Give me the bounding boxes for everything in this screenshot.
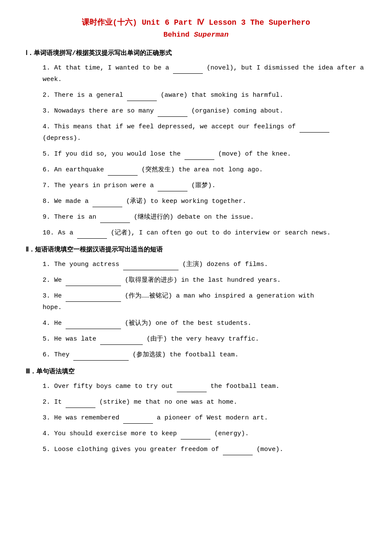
subtitle: Behind Superman: [26, 31, 366, 39]
q6-num: 6. An earthquake: [43, 166, 108, 173]
s2-q4: 4. He (被认为) one of the best students.: [26, 318, 366, 329]
s2-q4-text: 4. He: [43, 320, 66, 327]
s2-q2-hint: (取得显著的进步) in the last hundred years.: [121, 277, 281, 284]
s2-q2: 2. We (取得显著的进步) in the last hundred year…: [26, 275, 366, 286]
q4-hint: (depress).: [43, 135, 81, 142]
s2-q1-blank: [123, 263, 179, 270]
subtitle-normal: Behind: [163, 31, 193, 39]
q7-blank: [158, 185, 187, 191]
section3-questions: 1. Over fifty boys came to try out the f…: [26, 381, 366, 455]
q4: 4. This means that if we feel depressed,…: [26, 121, 366, 144]
s2-q6-blank: [73, 354, 129, 361]
s2-q2-blank: [66, 279, 121, 286]
q6: 6. An earthquake (突然发生) the area not lon…: [26, 164, 366, 176]
q6-blank: [108, 169, 138, 176]
q7-num: 7. The years in prison were a: [43, 182, 158, 189]
q4-num: 4. This means that if we feel depressed,…: [43, 123, 300, 130]
section3-header: Ⅲ．单句语法填空: [26, 367, 366, 376]
q3: 3. Nowadays there are so many (organise)…: [26, 105, 366, 117]
q4-blank: [300, 126, 329, 133]
s2-q6: 6. They (参加选拔) the football team.: [26, 349, 366, 361]
section2-questions: 1. The young actress (主演) dozens of film…: [26, 259, 366, 361]
section2-header: Ⅱ．短语语境填空一根据汉语提示写出适当的短语: [26, 246, 366, 254]
s3-q4: 4. You should exercise more to keep (ene…: [26, 428, 366, 439]
s3-q4-text: 4. You should exercise more to keep: [43, 430, 181, 437]
s3-q5-hint: (move).: [253, 446, 283, 453]
q5: 5. If you did so, you would lose the (mo…: [26, 148, 366, 160]
q3-blank: [158, 110, 187, 117]
q2-num: 2. There is a general: [43, 92, 127, 99]
section1-questions: 1. At that time, I wanted to be a (novel…: [26, 62, 366, 239]
q9: 9. There is an (继续进行的) debate on the iss…: [26, 211, 366, 223]
q8-blank: [92, 200, 122, 207]
s2-q3: 3. He (作为……被铭记) a man who inspired a gen…: [26, 290, 366, 313]
q5-blank: [184, 153, 214, 160]
s2-q5: 5. He was late (由于) the very heavy traff…: [26, 333, 366, 345]
q3-hint: (organise) coming about.: [187, 107, 283, 115]
page-title: 课时作业(十六) Unit 6 Part Ⅳ Lesson 3 The Supe…: [26, 17, 366, 27]
s2-q3-cont: hope.: [43, 304, 62, 311]
s3-q4-blank: [181, 433, 210, 439]
s2-q1-hint: (主演) dozens of films.: [179, 261, 268, 268]
q2-hint: (aware) that smoking is harmful.: [157, 92, 283, 99]
section1-header: Ⅰ．单词语境拼写/根据英汉提示写出单词的正确形式: [26, 49, 366, 57]
s3-q3-blank: [123, 417, 153, 424]
s2-q3-text: 3. He: [43, 292, 66, 300]
q10-hint: (记者), I can often go out to do interview…: [107, 229, 331, 237]
q8: 8. We made a (承诺) to keep working togeth…: [26, 196, 366, 207]
s2-q3-blank: [66, 295, 121, 302]
q1-num: 1. At that time, I wanted to be a: [43, 64, 173, 72]
s2-q1-text: 1. The young actress: [43, 261, 123, 268]
s2-q4-hint: (被认为) one of the best students.: [121, 320, 251, 327]
q1: 1. At that time, I wanted to be a (novel…: [26, 62, 366, 85]
q9-hint: (继续进行的) debate on the issue.: [130, 214, 254, 221]
s2-q2-text: 2. We: [43, 277, 66, 284]
s2-q1: 1. The young actress (主演) dozens of film…: [26, 259, 366, 270]
s3-q1-text: 1. Over fifty boys came to try out: [43, 383, 177, 390]
q3-num: 3. Nowadays there are so many: [43, 107, 158, 115]
s3-q4-hint: (energy).: [210, 430, 249, 437]
s2-q5-blank: [100, 338, 143, 345]
s2-q4-blank: [66, 322, 121, 329]
q2: 2. There is a general (aware) that smoki…: [26, 90, 366, 101]
s3-q2-blank: [66, 401, 95, 408]
s3-q1-hint: the football team.: [207, 383, 280, 390]
q10-blank: [77, 232, 107, 239]
s2-q6-text: 6. They: [43, 351, 73, 358]
q10: 10. As a (记者), I can often go out to do …: [26, 227, 366, 239]
s2-q6-hint: (参加选拔) the football team.: [129, 351, 239, 358]
q6-hint: (突然发生) the area not long ago.: [138, 166, 263, 173]
q5-hint: (move) of the knee.: [214, 150, 291, 158]
s3-q5: 5. Loose clothing gives you greater free…: [26, 444, 366, 455]
subtitle-italic: Superman: [194, 31, 229, 39]
q1-blank: [173, 67, 203, 74]
q8-num: 8. We made a: [43, 198, 92, 205]
q8-hint: (承诺) to keep working together.: [122, 198, 246, 205]
s3-q2-text: 2. It: [43, 399, 66, 406]
q2-blank: [127, 94, 157, 101]
s2-q5-text: 5. He was late: [43, 335, 100, 343]
s3-q3: 3. He was remembered a pioneer of West m…: [26, 412, 366, 424]
s3-q3-text: 3. He was remembered: [43, 414, 123, 422]
s3-q1-blank: [177, 385, 207, 392]
s3-q1: 1. Over fifty boys came to try out the f…: [26, 381, 366, 392]
q5-num: 5. If you did so, you would lose the: [43, 150, 184, 158]
s3-q5-text: 5. Loose clothing gives you greater free…: [43, 446, 223, 453]
s3-q2: 2. It (strike) me that no one was at hom…: [26, 396, 366, 408]
s2-q3-hint: (作为……被铭记) a man who inspired a generatio…: [121, 292, 314, 300]
s3-q3-hint: a pioneer of West modern art.: [153, 414, 268, 422]
q9-blank: [100, 216, 130, 223]
s3-q5-blank: [223, 448, 253, 455]
q9-num: 9. There is an: [43, 214, 100, 221]
q10-num: 10. As a: [43, 229, 77, 237]
s2-q5-hint: (由于) the very heavy traffic.: [143, 335, 259, 343]
s3-q2-hint: (strike) me that no one was at home.: [95, 399, 237, 406]
q7-hint: (噩梦).: [187, 182, 216, 189]
q7: 7. The years in prison were a (噩梦).: [26, 180, 366, 191]
